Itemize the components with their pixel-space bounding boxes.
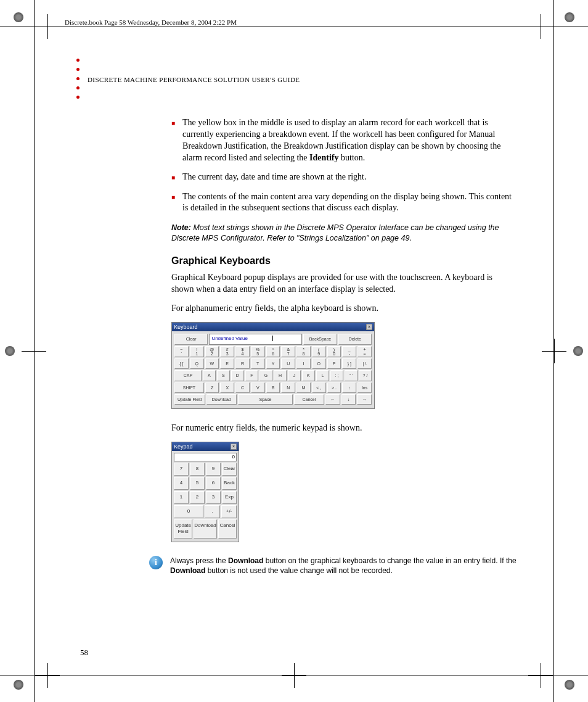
crop-ornament (573, 346, 583, 356)
key: *8 (296, 346, 311, 357)
key: R (235, 358, 250, 369)
key-update-field: Update Field (174, 394, 205, 405)
crop-ornament (565, 12, 574, 22)
key: " ' (345, 370, 357, 381)
keypad-figure: Keypad × 0 789Clear 456Back 123Exp 0.+/-… (171, 442, 239, 542)
key-arrow-left: ← (325, 394, 340, 405)
crop-cross (545, 342, 563, 360)
key: ? / (359, 370, 372, 381)
keypad-key: 5 (190, 477, 205, 490)
key: F (245, 370, 258, 381)
crop-ornament (14, 12, 23, 22)
crop-cross (531, 666, 550, 685)
crop-cross (531, 17, 550, 36)
key: S (217, 370, 230, 381)
key: K (302, 370, 315, 381)
key-clear: Clear (174, 334, 208, 344)
bullet-text: The current day, date and time are shown… (182, 171, 366, 184)
keyboard-input-field: Undefined Value (209, 334, 302, 344)
key: Q (190, 358, 204, 369)
key: O (312, 358, 326, 369)
keypad-key: Exp (222, 491, 237, 504)
keypad-key: 0 (174, 505, 203, 518)
keypad-key: 3 (206, 491, 221, 504)
bullet-icon: ■ (171, 117, 175, 164)
crop-cross (38, 17, 57, 36)
running-head: DISCRETE MACHINE PERFORMANCE SOLUTION US… (88, 59, 512, 83)
keyboard-figure: Keyboard × Clear Undefined Value BackSpa… (171, 322, 375, 409)
bullet-icon: ■ (171, 191, 175, 215)
keypad-key: 8 (190, 463, 205, 476)
key: U (281, 358, 295, 369)
key-space: Space (238, 394, 292, 405)
key: !1 (190, 346, 204, 357)
close-icon: × (231, 444, 237, 450)
close-icon: × (366, 324, 372, 330)
key: N (281, 382, 295, 393)
page-number: 58 (80, 648, 88, 658)
keypad-key: Update Field (174, 519, 192, 539)
key: ^6 (266, 346, 280, 357)
key-download: Download (206, 394, 237, 405)
margin-dots (76, 59, 80, 99)
key-cancel: Cancel (294, 394, 325, 405)
bullet-icon: ■ (171, 171, 175, 184)
keypad-key: 2 (190, 491, 205, 504)
key-delete: Delete (338, 334, 372, 344)
key: > . (327, 382, 341, 393)
keypad-key: Cancel (218, 519, 237, 539)
keypad-key: 7 (174, 463, 189, 476)
key: W (205, 358, 219, 369)
key: A (203, 370, 216, 381)
key: | \ (357, 358, 372, 369)
bullet-item: ■ The current day, date and time are sho… (171, 171, 517, 184)
info-icon: i (149, 556, 163, 569)
crop-ornament (565, 680, 574, 690)
keyboard-title-text: Keyboard (174, 323, 198, 331)
key: B (266, 382, 280, 393)
crop-cross (285, 666, 303, 685)
key: X (220, 382, 234, 393)
page-header-info: Discrete.book Page 58 Wednesday, Decembe… (65, 19, 237, 26)
keypad-key: 9 (206, 463, 221, 476)
key: E (220, 358, 234, 369)
paragraph: For numeric entry fields, the numeric ke… (171, 423, 517, 434)
info-text: Always press the Download button on the … (170, 556, 517, 576)
note-block: Note: Most text strings shown in the Dis… (171, 223, 517, 243)
key-backspace: BackSpace (303, 334, 337, 344)
key: V (251, 382, 265, 393)
key-arrow-down: ↓ (341, 394, 356, 405)
keypad-key: 4 (174, 477, 189, 490)
bullet-text: The contents of the main content area va… (182, 191, 517, 215)
key: < , (312, 382, 326, 393)
key: ~` (174, 346, 189, 357)
crop-ornament (5, 346, 15, 356)
key: (9 (312, 346, 326, 357)
key-arrow-right: → (357, 394, 372, 405)
key: @2 (205, 346, 219, 357)
key: T (251, 358, 265, 369)
keypad-key: . (205, 505, 220, 518)
key: D (231, 370, 244, 381)
keypad-input-field: 0 (174, 453, 237, 461)
key: Z (205, 382, 219, 393)
crop-cross (25, 342, 43, 360)
key: Ins (357, 382, 372, 393)
keypad-key: Clear (222, 463, 237, 476)
key: P (327, 358, 341, 369)
key: I (296, 358, 311, 369)
paragraph: Graphical Keyboard popup displays are pr… (171, 272, 517, 295)
key: : ; (330, 370, 343, 381)
key: &7 (281, 346, 295, 357)
bullet-text: The yellow box in the middle is used to … (182, 117, 517, 164)
key: #3 (220, 346, 234, 357)
keypad-titlebar: Keypad × (172, 442, 239, 451)
crop-ornament (14, 680, 23, 690)
keypad-title-text: Keypad (174, 443, 193, 450)
bullet-item: ■ The yellow box in the middle is used t… (171, 117, 517, 164)
key: SHIFT (174, 382, 204, 393)
key: H (274, 370, 287, 381)
bullet-item: ■ The contents of the main content area … (171, 191, 517, 215)
key: %5 (251, 346, 265, 357)
keypad-key: 6 (206, 477, 221, 490)
